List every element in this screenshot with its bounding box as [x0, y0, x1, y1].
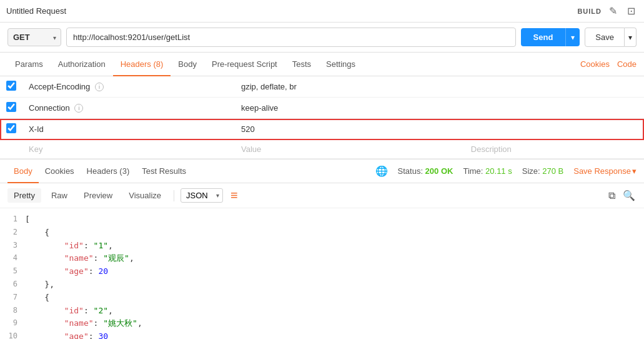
- response-code-area: 1[2 {3 "id": "1",4 "name": "观辰",5 "age":…: [0, 208, 644, 339]
- size-label: Size: 270 B: [522, 166, 564, 176]
- build-button[interactable]: BUILD: [577, 8, 602, 15]
- response-toolbar: Pretty Raw Preview Visualize JSON XML HT…: [0, 183, 644, 208]
- line-number: 3: [0, 240, 25, 253]
- format-select-wrapper: JSON XML HTML Text: [181, 188, 223, 203]
- save-arrow-button[interactable]: ▾: [625, 28, 637, 47]
- header-value: 520: [235, 119, 465, 140]
- header-key-placeholder[interactable]: Key: [22, 140, 235, 159]
- edit-icon-button[interactable]: ✎: [607, 4, 620, 18]
- headers-table: Accept-Encoding i gzip, deflate, br Conn…: [0, 76, 644, 159]
- code-line: 10 "age": 30: [0, 330, 644, 339]
- table-row: Accept-Encoding i gzip, deflate, br: [0, 76, 644, 98]
- format-tab-visualize[interactable]: Visualize: [122, 188, 167, 203]
- line-content: "id": "1",: [25, 240, 644, 253]
- save-button[interactable]: Save: [585, 28, 625, 47]
- code-line: 6 },: [0, 278, 644, 291]
- wrap-button[interactable]: ≡: [227, 187, 242, 204]
- tab-authorization[interactable]: Authorization: [51, 53, 113, 76]
- time-label: Time: 20.11 s: [463, 166, 512, 176]
- search-button[interactable]: 🔍: [622, 188, 637, 203]
- tab-tests[interactable]: Tests: [285, 53, 319, 76]
- method-wrapper: GET POST PUT DELETE: [7, 28, 61, 46]
- format-select[interactable]: JSON XML HTML Text: [181, 188, 223, 203]
- format-tab-raw[interactable]: Raw: [45, 188, 74, 203]
- line-number: 9: [0, 317, 25, 330]
- tab-params[interactable]: Params: [7, 53, 51, 76]
- header-value-placeholder[interactable]: Value: [235, 140, 465, 159]
- line-number: 5: [0, 265, 25, 278]
- send-button[interactable]: Send: [521, 28, 566, 46]
- code-line: 3 "id": "1",: [0, 240, 644, 253]
- tab-headers[interactable]: Headers (8): [113, 53, 171, 76]
- size-value: 270 B: [542, 166, 563, 176]
- save-response-arrow: ▾: [632, 166, 637, 176]
- toolbar-divider: [174, 190, 174, 201]
- header-checkbox[interactable]: [6, 81, 16, 91]
- line-number: 7: [0, 291, 25, 305]
- line-number: 6: [0, 278, 25, 291]
- method-select[interactable]: GET POST PUT DELETE: [7, 28, 61, 46]
- line-content: {: [25, 226, 644, 240]
- header-value: gzip, deflate, br: [235, 76, 465, 98]
- url-bar: GET POST PUT DELETE Send ▾ Save ▾: [0, 23, 644, 53]
- resp-tab-test-results[interactable]: Test Results: [136, 160, 192, 183]
- headers-section: Accept-Encoding i gzip, deflate, br Conn…: [0, 76, 644, 159]
- response-right-icons: ⧉ 🔍: [607, 188, 637, 203]
- resp-tab-body[interactable]: Body: [7, 160, 39, 183]
- request-tabs: Params Authorization Headers (8) Body Pr…: [0, 53, 644, 76]
- code-line: 4 "name": "观辰",: [0, 252, 644, 265]
- code-line: 8 "id": "2",: [0, 305, 644, 318]
- code-line: 7 {: [0, 291, 644, 305]
- line-content: [: [25, 213, 644, 226]
- code-line: 5 "age": 20: [0, 265, 644, 278]
- cookies-link[interactable]: Cookies: [580, 59, 610, 69]
- line-content: {: [25, 291, 644, 305]
- code-line: 2 {: [0, 226, 644, 240]
- title-bar-right: BUILD ✎ ⊡: [577, 4, 638, 18]
- header-checkbox[interactable]: [6, 123, 16, 133]
- code-line: 9 "name": "姚大秋",: [0, 317, 644, 330]
- code-line: 1[: [0, 213, 644, 226]
- tab-right-actions: Cookies Code: [580, 59, 637, 69]
- header-description: [465, 98, 644, 119]
- line-content: "name": "观辰",: [25, 252, 644, 265]
- header-checkbox-cell: [0, 98, 22, 119]
- response-tabs-bar: Body Cookies Headers (3) Test Results 🌐 …: [0, 159, 644, 183]
- url-input[interactable]: [66, 28, 516, 47]
- tab-pre-request-script[interactable]: Pre-request Script: [204, 53, 285, 76]
- line-number: 4: [0, 252, 25, 265]
- copy-button[interactable]: ⧉: [607, 188, 617, 203]
- status-label: Status: 200 OK: [398, 166, 453, 176]
- tab-settings[interactable]: Settings: [319, 53, 363, 76]
- format-tab-pretty[interactable]: Pretty: [7, 188, 41, 203]
- title-bar-left: Untitled Request: [6, 6, 66, 16]
- line-content: "age": 20: [25, 265, 644, 278]
- tab-body[interactable]: Body: [171, 53, 204, 76]
- header-checkbox-cell: [0, 119, 22, 140]
- globe-icon: 🌐: [375, 165, 388, 177]
- table-row: Connection i keep-alive: [0, 98, 644, 119]
- line-content: "id": "2",: [25, 305, 644, 318]
- header-key: Connection i: [22, 98, 235, 119]
- line-number: 1: [0, 213, 25, 226]
- header-description-placeholder[interactable]: Description: [465, 140, 644, 159]
- header-value: keep-alive: [235, 98, 465, 119]
- header-description: [465, 76, 644, 98]
- format-tab-preview[interactable]: Preview: [77, 188, 119, 203]
- header-key: X-Id: [22, 119, 235, 140]
- send-arrow-button[interactable]: ▾: [565, 28, 580, 46]
- save-response-button[interactable]: Save Response ▾: [573, 166, 637, 176]
- table-row: X-Id 520: [0, 119, 644, 140]
- line-content: },: [25, 278, 644, 291]
- info-icon: i: [95, 83, 104, 91]
- table-row: Key Value Description: [0, 140, 644, 159]
- window-title: Untitled Request: [6, 6, 66, 16]
- layout-icon-button[interactable]: ⊡: [625, 4, 638, 18]
- code-link[interactable]: Code: [617, 59, 637, 69]
- save-response-label: Save Response: [573, 166, 631, 176]
- response-meta: 🌐 Status: 200 OK Time: 20.11 s Size: 270…: [375, 165, 637, 177]
- status-value: 200 OK: [425, 166, 453, 176]
- header-checkbox[interactable]: [6, 102, 16, 112]
- resp-tab-headers[interactable]: Headers (3): [81, 160, 136, 183]
- resp-tab-cookies[interactable]: Cookies: [39, 160, 81, 183]
